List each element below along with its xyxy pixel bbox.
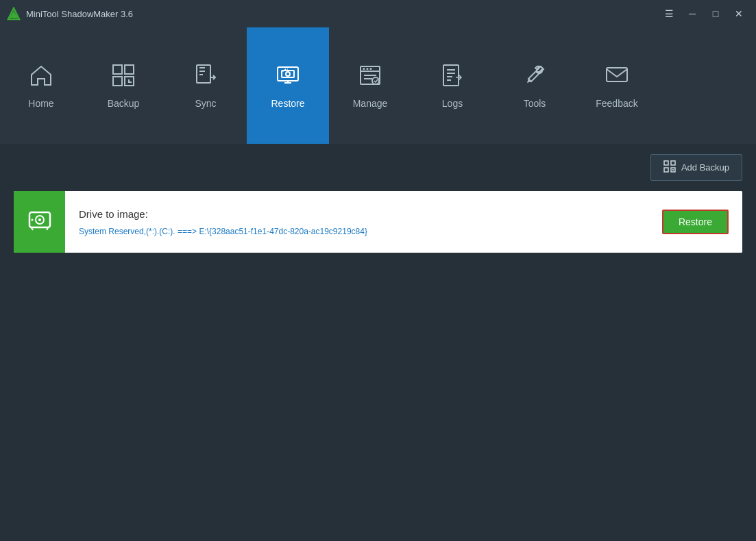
svg-point-11 <box>363 68 365 70</box>
add-backup-button[interactable]: Add Backup <box>650 154 742 181</box>
drive-icon <box>26 205 53 238</box>
svg-rect-19 <box>664 168 668 172</box>
maximize-button[interactable]: □ <box>705 5 726 22</box>
card-accent <box>14 191 65 253</box>
logs-icon <box>439 62 465 92</box>
card-body: Drive to image: System Reserved,(*:).(C:… <box>65 191 648 253</box>
restore-icon <box>275 62 301 92</box>
home-icon <box>28 62 54 92</box>
svg-rect-18 <box>671 161 675 165</box>
content-area: Add Backup Drive to image: System R <box>0 144 756 541</box>
title-bar: MiniTool ShadowMaker 3.6 ☰ ─ □ ✕ <box>0 0 756 27</box>
nav-item-manage[interactable]: Manage <box>329 27 411 144</box>
nav-label-sync: Sync <box>195 98 216 109</box>
title-controls: ☰ ─ □ ✕ <box>659 5 749 22</box>
svg-point-12 <box>367 68 369 70</box>
nav-item-sync[interactable]: Sync <box>164 27 247 144</box>
svg-point-23 <box>38 218 41 221</box>
card-actions: Restore <box>648 191 742 253</box>
manage-icon <box>357 62 383 92</box>
card-title: Drive to image: <box>79 208 635 220</box>
nav-label-restore: Restore <box>271 98 304 109</box>
svg-rect-2 <box>113 65 122 74</box>
feedback-icon <box>604 62 630 92</box>
svg-rect-4 <box>113 77 122 86</box>
nav-label-tools: Tools <box>524 98 546 109</box>
add-backup-label: Add Backup <box>681 162 729 173</box>
app-logo-icon <box>7 7 21 21</box>
svg-point-24 <box>31 219 33 221</box>
restore-button[interactable]: Restore <box>662 210 729 234</box>
menu-button[interactable]: ☰ <box>659 5 679 22</box>
svg-rect-3 <box>125 65 134 74</box>
nav-label-feedback: Feedback <box>596 98 637 109</box>
nav-label-home: Home <box>28 98 53 109</box>
nav-label-backup: Backup <box>108 98 140 109</box>
svg-rect-15 <box>443 65 459 86</box>
nav-label-manage: Manage <box>353 98 388 109</box>
add-backup-icon <box>663 160 676 175</box>
backup-icon <box>110 62 136 92</box>
minimize-button[interactable]: ─ <box>682 5 703 22</box>
nav-item-feedback[interactable]: Feedback <box>576 27 658 144</box>
nav-bar: Home Backup <box>0 27 756 144</box>
nav-item-backup[interactable]: Backup <box>82 27 164 144</box>
backup-card: Drive to image: System Reserved,(*:).(C:… <box>14 191 742 253</box>
main-wrapper: Home Backup <box>0 27 756 541</box>
tools-icon <box>522 62 548 92</box>
nav-item-restore[interactable]: Restore <box>247 27 329 144</box>
sync-icon <box>193 62 219 92</box>
svg-point-14 <box>372 77 379 84</box>
close-button[interactable]: ✕ <box>729 5 749 22</box>
add-backup-row: Add Backup <box>14 154 742 181</box>
nav-item-logs[interactable]: Logs <box>411 27 493 144</box>
svg-point-9 <box>286 72 290 76</box>
svg-rect-16 <box>607 68 627 81</box>
nav-label-logs: Logs <box>442 98 463 109</box>
card-detail: System Reserved,(*:).(C:). ===> E:\{328a… <box>79 227 635 236</box>
nav-item-tools[interactable]: Tools <box>493 27 576 144</box>
title-left: MiniTool ShadowMaker 3.6 <box>7 7 133 21</box>
svg-point-13 <box>370 68 372 70</box>
svg-rect-17 <box>664 161 668 165</box>
app-title: MiniTool ShadowMaker 3.6 <box>26 9 133 19</box>
nav-item-home[interactable]: Home <box>0 27 82 144</box>
